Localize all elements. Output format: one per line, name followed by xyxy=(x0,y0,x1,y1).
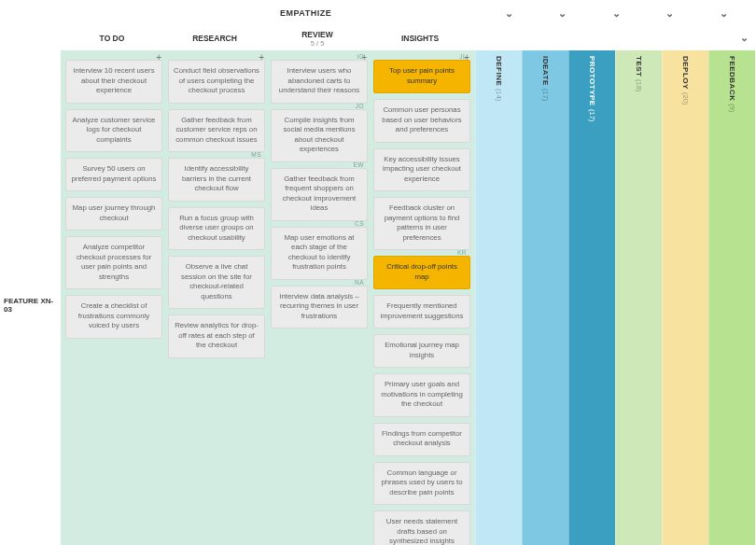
card[interactable]: Interview 10 recent users about their ch… xyxy=(65,60,162,104)
collapsed-stage[interactable]: DEPLOY(20) xyxy=(662,50,708,545)
stage-label: IDEATE xyxy=(541,56,550,86)
card[interactable]: Map user journey through checkout xyxy=(65,197,162,231)
card-assignee-tag: MS xyxy=(251,151,261,160)
column-header-todo[interactable]: TO DO xyxy=(61,34,163,43)
card[interactable]: Survey 50 users on preferred payment opt… xyxy=(65,158,162,191)
card-text: Key accessibility issues impacting user … xyxy=(383,155,461,183)
card-text: Map user journey through checkout xyxy=(73,203,156,222)
card-text: User needs statement drafts based on syn… xyxy=(386,517,457,545)
collapsed-stage[interactable]: TEST(18) xyxy=(615,50,662,545)
stage-collapse-toggle[interactable]: ⌄ xyxy=(612,7,622,20)
stage-label: PROTOTYPE xyxy=(588,56,596,106)
column-label: RESEARCH xyxy=(192,34,237,43)
card[interactable]: User needs statement drafts based on syn… xyxy=(373,510,470,545)
card-text: Map user emotions at each stage of the c… xyxy=(285,233,355,272)
card[interactable]: Emotional journey map insights xyxy=(373,334,470,368)
stage-collapse-toggle[interactable]: ⌄ xyxy=(558,7,567,20)
card-text: Conduct field observations of users comp… xyxy=(174,66,259,94)
column-header-review[interactable]: REVIEW 5 / 5 xyxy=(266,30,369,48)
column-sub: 5 / 5 xyxy=(266,39,369,48)
stage-count: (17) xyxy=(588,109,596,121)
card-text: Compile insights from social media menti… xyxy=(283,116,355,154)
card-assignee-tag: IO xyxy=(357,53,364,62)
collapsed-stage[interactable]: IDEATE(17) xyxy=(522,50,568,545)
card[interactable]: Create a checklist of frustrations commo… xyxy=(65,295,162,339)
card-text: Interview data analysis – recurring them… xyxy=(279,292,358,320)
card-assignee-tag: CS xyxy=(355,220,364,229)
card[interactable]: Review analytics for drop-off rates at e… xyxy=(168,314,265,358)
card-text: Top user pain points summary xyxy=(389,66,455,85)
stage-count: (17) xyxy=(541,89,550,101)
card[interactable]: NAInterview data analysis – recurring th… xyxy=(271,286,368,329)
card[interactable]: Observe a live chat session on the site … xyxy=(168,256,265,309)
stage-label: TEST xyxy=(635,56,643,77)
column-insights: + JLTop user pain points summaryCommon u… xyxy=(371,54,473,545)
card[interactable]: Common user personas based on user behav… xyxy=(373,99,470,143)
card[interactable]: EWGather feedback from frequent shoppers… xyxy=(271,168,368,221)
card-text: Critical drop-off points map xyxy=(386,262,457,281)
active-phase-title: EMPATHIZE xyxy=(280,8,331,18)
card-text: Common user personas based on user behav… xyxy=(382,105,461,133)
column-header-research[interactable]: RESEARCH xyxy=(163,34,266,43)
card[interactable]: Frequently mentioned improvement suggest… xyxy=(373,295,470,328)
stage-label: DEPLOY xyxy=(681,56,690,90)
card[interactable]: Findings from competitor checkout analys… xyxy=(373,423,470,456)
collapsed-stage[interactable]: PROTOTYPE(17) xyxy=(568,50,615,545)
card-text: Interview 10 recent users about their ch… xyxy=(73,66,154,94)
card[interactable]: JOCompile insights from social media men… xyxy=(271,109,368,162)
stage-collapse-toggle[interactable]: ⌄ xyxy=(505,7,514,20)
stage-count: (18) xyxy=(635,79,643,91)
card-text: Survey 50 users on preferred payment opt… xyxy=(71,164,156,183)
stage-label: DEFINE xyxy=(495,56,503,86)
card-text: Findings from competitor checkout analys… xyxy=(382,429,462,448)
card[interactable]: MSIdentify accessibility barriers in the… xyxy=(168,158,265,202)
card-text: Run a focus group with diverse user grou… xyxy=(179,214,254,242)
card[interactable]: Analyze competitor checkout processes fo… xyxy=(65,236,162,289)
column-label: TO DO xyxy=(100,34,125,43)
card-text: Analyze competitor checkout processes fo… xyxy=(77,243,151,281)
card[interactable]: KRCritical drop-off points map xyxy=(373,256,470,289)
card[interactable]: Conduct field observations of users comp… xyxy=(168,60,265,104)
stage-collapse-toggle[interactable]: ⌄ xyxy=(720,7,729,20)
kanban-board: + Interview 10 recent users about their … xyxy=(61,50,475,545)
card[interactable]: Primary user goals and motivations in co… xyxy=(373,373,470,417)
column-header-insights[interactable]: INSIGHTS xyxy=(369,34,471,43)
card-text: Interview users who abandoned carts to u… xyxy=(279,66,359,94)
card[interactable]: Run a focus group with diverse user grou… xyxy=(168,207,265,251)
card-assignee-tag: NA xyxy=(355,279,364,287)
card-text: Create a checklist of frustrations commo… xyxy=(78,301,149,329)
card[interactable]: JLTop user pain points summary xyxy=(373,60,470,93)
column-research: + Conduct field observations of users co… xyxy=(165,54,268,545)
card[interactable]: IOInterview users who abandoned carts to… xyxy=(271,60,368,104)
card[interactable]: Analyze customer service logs for checko… xyxy=(65,109,162,153)
collapsed-stage[interactable]: DEFINE(14) xyxy=(475,50,522,545)
card-text: Gather feedback from frequent shoppers o… xyxy=(283,175,356,213)
stage-collapse-toggle[interactable]: ⌄ xyxy=(740,32,749,44)
column-label: INSIGHTS xyxy=(401,34,439,43)
card-text: Frequently mentioned improvement suggest… xyxy=(381,301,464,320)
column-todo: + Interview 10 recent users about their … xyxy=(63,54,165,545)
card-text: Gather feedback from customer service re… xyxy=(175,116,258,144)
card-text: Feedback cluster on payment options to f… xyxy=(385,203,460,242)
card[interactable]: Key accessibility issues impacting user … xyxy=(373,148,470,192)
card[interactable]: Gather feedback from customer service re… xyxy=(168,109,265,153)
stage-collapse-toggle[interactable]: ⌄ xyxy=(665,7,675,20)
card[interactable]: Common language or phrases used by users… xyxy=(373,462,470,506)
card-text: Primary user goals and motivations in co… xyxy=(381,380,463,408)
card-text: Analyze customer service logs for checko… xyxy=(73,116,156,144)
card-text: Identify accessibility barriers in the c… xyxy=(182,164,251,192)
card-assignee-tag: KR xyxy=(457,249,467,258)
stage-count: (14) xyxy=(495,89,503,101)
card-assignee-tag: EW xyxy=(354,161,364,170)
collapsed-stage[interactable]: FEEDBACK(9) xyxy=(708,50,755,545)
stage-count: (20) xyxy=(681,92,690,105)
card[interactable]: CSMap user emotions at each stage of the… xyxy=(271,227,368,280)
stage-count: (9) xyxy=(728,104,736,112)
card-text: Observe a live chat session on the site … xyxy=(181,262,252,300)
swimlane-label[interactable]: FEATURE XN-03 xyxy=(0,50,61,545)
card[interactable]: Feedback cluster on payment options to f… xyxy=(373,197,470,250)
card-assignee-tag: JO xyxy=(356,103,364,111)
card-assignee-tag: JL xyxy=(459,53,467,62)
column-review: + IOInterview users who abandoned carts … xyxy=(268,54,371,545)
column-label: REVIEW xyxy=(301,30,333,39)
